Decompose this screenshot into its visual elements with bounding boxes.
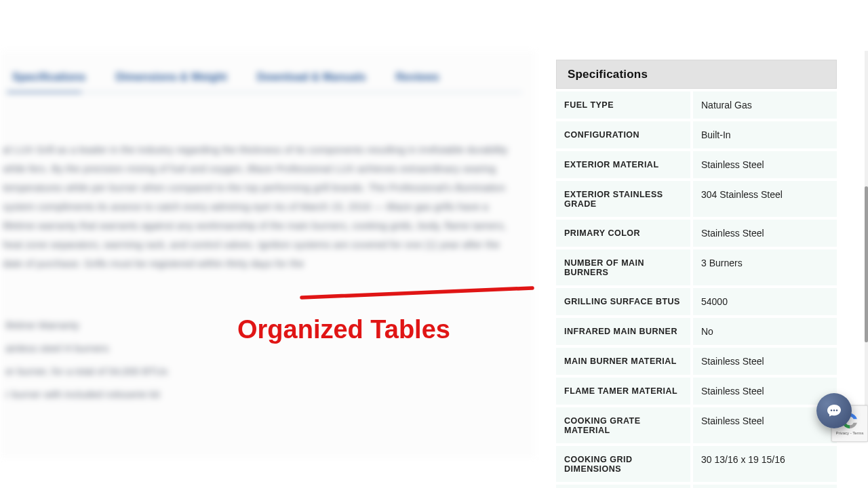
table-row: INFRARED MAIN BURNERNo — [556, 315, 837, 345]
spec-value: No — [693, 318, 837, 345]
table-row: MAIN BURNER MATERIALStainless Steel — [556, 345, 837, 375]
tab-downloads[interactable]: Download & Manuals — [257, 71, 366, 83]
spec-label: CONFIGURATION — [556, 121, 690, 148]
spec-value: 30 13/16 x 19 15/16 — [693, 446, 837, 482]
table-row: CONFIGURATIONBuilt-In — [556, 119, 837, 148]
spec-label: MAIN BURNER MATERIAL — [556, 348, 690, 375]
spec-value: Stainless Steel — [693, 220, 837, 247]
spec-value: 304 Stainless Steel — [693, 181, 837, 217]
svg-point-1 — [831, 409, 832, 411]
spec-value: 54000 — [693, 288, 837, 315]
chat-launcher[interactable] — [816, 393, 852, 428]
chat-icon — [826, 403, 842, 419]
scrollbar[interactable] — [865, 51, 868, 442]
specs-panel-title: Specifications — [556, 60, 837, 89]
table-row: NUMBER OF MAIN BURNERS3 Burners — [556, 247, 837, 285]
svg-point-2 — [833, 409, 835, 411]
table-row: FLAME TAMER MATERIALStainless Steel — [556, 375, 837, 405]
specs-panel: Specifications FUEL TYPENatural Gas CONF… — [556, 60, 837, 488]
tab-specifications[interactable]: Specifications — [12, 71, 85, 83]
specs-rows: FUEL TYPENatural Gas CONFIGURATIONBuilt-… — [556, 89, 837, 488]
spec-label: COOKING GRATE MATERIAL — [556, 407, 690, 443]
spec-label: EXTERIOR STAINLESS GRADE — [556, 181, 690, 217]
product-description: al LUX Grill as a leader in the industry… — [0, 93, 536, 273]
spec-value: Built-In — [693, 121, 837, 148]
spec-label: INFRARED MAIN BURNER — [556, 318, 690, 345]
table-row: EXTERIOR MATERIALStainless Steel — [556, 148, 837, 178]
spec-label: COOKING GRID DIMENSIONS — [556, 446, 690, 482]
annotation-line — [298, 285, 537, 302]
svg-line-0 — [302, 288, 532, 298]
list-item: er burner, for a total of 54,000 BTUs — [5, 360, 515, 383]
spec-value — [693, 485, 837, 488]
spec-value: 3 Burners — [693, 249, 837, 285]
spec-label: EXTERIOR MATERIAL — [556, 151, 690, 178]
spec-label: FUEL TYPE — [556, 92, 690, 119]
tab-reviews[interactable]: Reviews — [396, 71, 439, 83]
table-row: COOKING GRATE MATERIALStainless Steel — [556, 405, 837, 443]
recaptcha-text: Privacy - Terms — [835, 431, 863, 436]
spec-value: Stainless Steel — [693, 378, 837, 405]
table-row: COOKING GRID DIMENSIONS30 13/16 x 19 15/… — [556, 443, 837, 482]
spec-value: Stainless Steel — [693, 151, 837, 178]
spec-label: PRIMARY COLOR — [556, 220, 690, 247]
table-row: PRIMARY COLORStainless Steel — [556, 217, 837, 247]
spec-value: Stainless Steel — [693, 407, 837, 443]
svg-point-3 — [836, 409, 837, 411]
table-row: EXTERIOR STAINLESS GRADE304 Stainless St… — [556, 178, 837, 217]
blurred-background: Specifications Dimensions & Weight Downl… — [0, 51, 536, 458]
list-item: r burner with included rotisserie kit — [5, 383, 515, 406]
product-tabs: Specifications Dimensions & Weight Downl… — [0, 51, 536, 92]
spec-value: Stainless Steel — [693, 348, 837, 375]
table-row — [556, 482, 837, 488]
table-row: FUEL TYPENatural Gas — [556, 89, 837, 119]
table-row: GRILLING SURFACE BTUS54000 — [556, 285, 837, 315]
annotation-label: Organized Tables — [237, 315, 450, 344]
spec-value: Natural Gas — [693, 92, 837, 119]
scrollbar-thumb[interactable] — [865, 186, 868, 342]
spec-label: FLAME TAMER MATERIAL — [556, 378, 690, 405]
spec-label — [556, 485, 690, 488]
spec-label: GRILLING SURFACE BTUS — [556, 288, 690, 315]
tab-dimensions[interactable]: Dimensions & Weight — [115, 71, 226, 83]
spec-label: NUMBER OF MAIN BURNERS — [556, 249, 690, 285]
